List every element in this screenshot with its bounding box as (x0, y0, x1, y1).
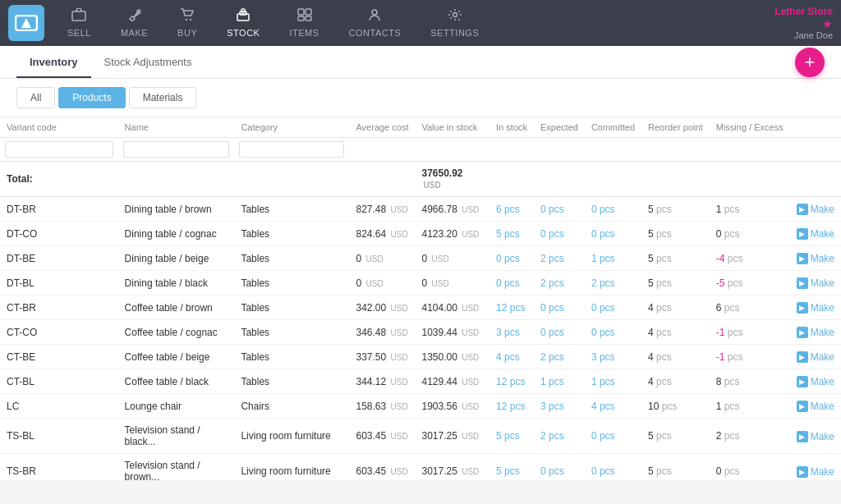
nav-stock[interactable]: STOCK (212, 2, 274, 44)
cell-name: Dining table / black (118, 271, 235, 296)
cell-category: Tables (234, 197, 349, 222)
make-button[interactable]: ▶ Make (797, 466, 834, 478)
fab-add-button[interactable]: + (795, 48, 825, 77)
make-button[interactable]: ▶ Make (797, 401, 834, 412)
in-stock-link[interactable]: 5 pcs (496, 430, 520, 442)
cell-category: Tables (234, 320, 349, 345)
cell-committed: 0 pcs (585, 222, 641, 246)
cell-missing-excess: 0 pcs (710, 222, 790, 246)
committed-link[interactable]: 0 pcs (591, 302, 615, 314)
make-icon: ▶ (797, 327, 808, 338)
expected-link[interactable]: 2 pcs (540, 351, 564, 363)
expected-link[interactable]: 2 pcs (540, 430, 564, 442)
nav-buy[interactable]: BUY (163, 2, 212, 44)
expected-link[interactable]: 0 pcs (540, 204, 564, 215)
make-button[interactable]: ▶ Make (797, 302, 834, 314)
cell-missing-excess: -1 pcs (710, 320, 790, 345)
cell-variant-code: CT-BR (0, 296, 118, 320)
expected-link[interactable]: 0 pcs (540, 327, 564, 338)
expected-link[interactable]: 1 pcs (540, 376, 564, 387)
cell-variant-code: CT-BL (0, 369, 118, 394)
filter-name-input[interactable] (123, 141, 230, 158)
make-button[interactable]: ▶ Make (797, 204, 834, 215)
committed-link[interactable]: 0 pcs (591, 204, 615, 215)
committed-link[interactable]: 0 pcs (591, 228, 615, 240)
svg-point-13 (372, 10, 377, 15)
cell-action: ▶ Make (790, 222, 841, 246)
buy-icon (180, 8, 195, 25)
expected-link[interactable]: 0 pcs (540, 302, 564, 314)
nav-items-btn[interactable]: ITEMS (274, 2, 333, 44)
table-row: DT-CO Dining table / cognac Tables 824.6… (0, 222, 841, 246)
expected-link[interactable]: 0 pcs (540, 465, 564, 477)
cell-value-in-stock: 1039.44 USD (415, 320, 489, 345)
make-button[interactable]: ▶ Make (797, 431, 834, 442)
col-reorder-point: Reorder point (641, 117, 710, 138)
tab-stock-adjustments[interactable]: Stock Adjustments (91, 48, 205, 78)
nav-settings[interactable]: SETTINGS (416, 2, 494, 44)
committed-link[interactable]: 0 pcs (591, 465, 615, 477)
nav-make-label: MAKE (121, 28, 148, 38)
cell-name: Dining table / cognac (118, 222, 235, 246)
in-stock-link[interactable]: 5 pcs (496, 228, 520, 240)
cell-committed: 1 pcs (585, 246, 641, 271)
committed-link[interactable]: 2 pcs (591, 277, 615, 289)
inventory-table: Variant code Name Category Average cost … (0, 117, 841, 480)
make-button[interactable]: ▶ Make (797, 327, 834, 338)
filter-category-input[interactable] (239, 141, 344, 158)
cell-missing-excess: -4 pcs (710, 246, 790, 271)
filter-products[interactable]: Products (58, 87, 125, 108)
cell-committed: 1 pcs (585, 369, 641, 394)
in-stock-link[interactable]: 5 pcs (496, 465, 520, 477)
make-icon: ▶ (797, 351, 808, 363)
in-stock-link[interactable]: 12 pcs (496, 401, 525, 412)
nav-make[interactable]: MAKE (106, 2, 163, 44)
nav-contacts[interactable]: CONTACTS (334, 2, 416, 44)
committed-link[interactable]: 3 pcs (591, 351, 615, 363)
table-filter-row (0, 138, 841, 162)
make-button[interactable]: ▶ Make (797, 253, 834, 264)
col-variant-code: Variant code (0, 117, 118, 138)
cell-committed: 4 pcs (585, 394, 641, 419)
nav-sell[interactable]: SELL (53, 2, 106, 44)
make-icon: ▶ (797, 302, 808, 314)
expected-link[interactable]: 2 pcs (540, 253, 564, 264)
cell-in-stock: 5 pcs (489, 419, 534, 454)
make-button[interactable]: ▶ Make (797, 277, 834, 289)
committed-link[interactable]: 0 pcs (591, 327, 615, 338)
in-stock-link[interactable]: 12 pcs (496, 376, 525, 387)
in-stock-link[interactable]: 0 pcs (496, 277, 520, 289)
committed-link[interactable]: 0 pcs (591, 430, 615, 442)
committed-link[interactable]: 1 pcs (591, 253, 615, 264)
make-button[interactable]: ▶ Make (797, 228, 834, 240)
cell-expected: 3 pcs (534, 394, 585, 419)
cell-category: Tables (234, 271, 349, 296)
in-stock-link[interactable]: 0 pcs (496, 253, 520, 264)
expected-link[interactable]: 3 pcs (540, 401, 564, 412)
cell-committed: 0 pcs (585, 419, 641, 454)
expected-link[interactable]: 2 pcs (540, 277, 564, 289)
filter-variant-code-input[interactable] (5, 141, 113, 158)
committed-link[interactable]: 4 pcs (591, 401, 615, 412)
make-button[interactable]: ▶ Make (797, 351, 834, 363)
in-stock-link[interactable]: 12 pcs (496, 302, 525, 314)
in-stock-link[interactable]: 4 pcs (496, 351, 520, 363)
filter-materials[interactable]: Materials (129, 87, 197, 108)
in-stock-link[interactable]: 6 pcs (496, 204, 520, 215)
col-in-stock: In stock (489, 117, 534, 138)
in-stock-link[interactable]: 3 pcs (496, 327, 520, 338)
cell-name: Dining table / beige (118, 246, 235, 271)
expected-link[interactable]: 0 pcs (540, 228, 564, 240)
cell-expected: 0 pcs (534, 296, 585, 320)
cell-committed: 0 pcs (585, 197, 641, 222)
cell-reorder-point: 5 pcs (641, 197, 710, 222)
settings-icon (448, 8, 462, 25)
cell-value-in-stock: 4966.78 USD (415, 197, 489, 222)
cell-avg-cost: 337.50 USD (349, 345, 415, 369)
make-button[interactable]: ▶ Make (797, 376, 834, 387)
filter-all[interactable]: All (16, 87, 55, 108)
cell-missing-excess: 2 pcs (710, 419, 790, 454)
tab-inventory[interactable]: Inventory (16, 48, 91, 78)
cell-variant-code: CT-BE (0, 345, 118, 369)
committed-link[interactable]: 1 pcs (591, 376, 615, 387)
